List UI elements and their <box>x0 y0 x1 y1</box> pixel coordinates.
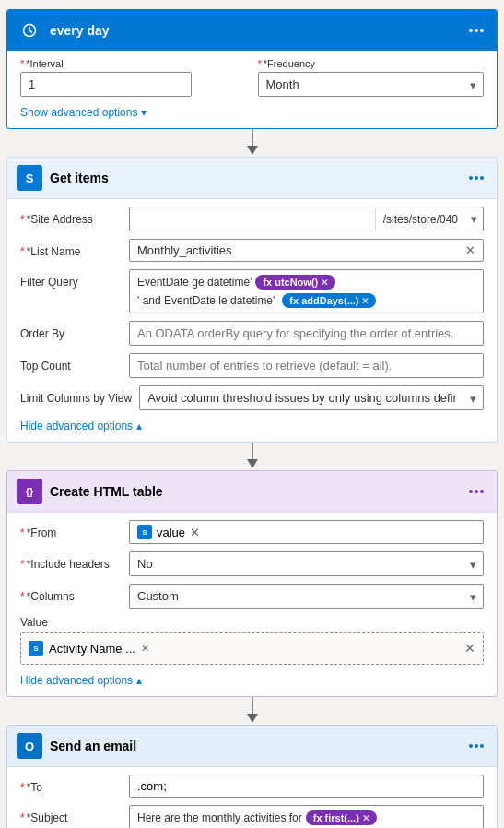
filter-token1: EventDate ge datetime' <box>137 276 252 289</box>
chevron-down-icon: ▾ <box>141 106 147 119</box>
site-address-input-wrapper[interactable]: /sites/store/040 ▾ <box>129 207 484 231</box>
from-token-value: value <box>157 526 185 539</box>
get-items-card: S Get items *Site Address /sites/store/0… <box>6 157 498 443</box>
get-items-more-button[interactable] <box>465 172 487 183</box>
columns-select-wrapper: Custom Automatic ▾ <box>129 584 484 609</box>
include-headers-label: *Include headers <box>20 551 122 571</box>
every-day-more-button[interactable] <box>465 25 487 36</box>
include-headers-select-wrapper: No Yes ▾ <box>129 551 484 576</box>
fx-token-2-close[interactable]: ✕ <box>361 296 369 306</box>
include-headers-select[interactable]: No Yes <box>129 551 484 576</box>
columns-label: *Columns <box>20 584 122 603</box>
fx-token-1[interactable]: fx utcNow() ✕ <box>255 275 335 290</box>
create-html-table-body: *From S value ✕ *Include headers No Yes <box>7 513 497 696</box>
to-row: *To .com; <box>20 775 484 798</box>
hide-advanced-options-link-getitems[interactable]: Hide advanced options ▴ <box>20 420 142 432</box>
from-token-clear[interactable]: ✕ <box>190 526 200 539</box>
value-label: Value <box>20 616 484 629</box>
send-email-title: Send an email <box>50 739 458 753</box>
fx-token-1-close[interactable]: ✕ <box>321 278 328 288</box>
to-label: *To <box>20 775 122 794</box>
send-email-more-button[interactable] <box>465 740 487 751</box>
get-items-header: S Get items <box>7 158 497 199</box>
every-day-header: every day <box>7 10 497 51</box>
site-address-suffix: /sites/store/040 <box>375 208 465 231</box>
site-address-row: *Site Address /sites/store/040 ▾ <box>20 207 484 231</box>
list-name-label: *List Name <box>20 239 122 258</box>
create-html-table-card: {} Create HTML table *From S value ✕ <box>6 470 498 697</box>
subject-prefix-text: Here are the monthly activities for <box>137 811 302 824</box>
svg-marker-4 <box>247 459 258 468</box>
arrow-1 <box>243 129 262 157</box>
top-count-row: Top Count <box>20 353 484 378</box>
interval-group: *Interval <box>20 58 247 97</box>
send-email-body: *To .com; *Subject Here are the monthly … <box>7 767 497 828</box>
from-row: *From S value ✕ <box>20 520 484 544</box>
filter-query-label: Filter Query <box>20 269 122 289</box>
fx-token-2[interactable]: fx addDays(...) ✕ <box>282 293 376 308</box>
every-day-title: every day <box>50 23 458 38</box>
create-html-table-more-button[interactable] <box>465 486 487 497</box>
to-input[interactable]: .com; <box>129 775 484 798</box>
filter-query-token-area[interactable]: EventDate ge datetime' fx utcNow() ✕ ' a… <box>129 269 484 313</box>
subject-fx-token[interactable]: fx first(...) ✕ <box>306 810 377 825</box>
include-headers-row: *Include headers No Yes ▾ <box>20 551 484 576</box>
every-day-card: every day *Interval *Frequency Month <box>6 9 498 129</box>
frequency-group: *Frequency Month ▾ <box>258 58 485 97</box>
show-advanced-options-link[interactable]: Show advanced options ▾ <box>20 106 147 119</box>
top-count-input[interactable] <box>129 353 484 378</box>
get-items-title: Get items <box>50 171 458 185</box>
site-address-chevron-icon: ▾ <box>465 207 483 231</box>
to-value: .com; <box>137 779 167 793</box>
list-name-value: Monthly_activities <box>137 243 232 257</box>
value-icon: S <box>29 641 43 656</box>
every-day-body: *Interval *Frequency Month ▾ Show advanc… <box>7 51 497 128</box>
value-section: Value S Activity Name ... ✕ ✕ <box>20 616 484 665</box>
send-email-card: O Send an email *To .com; *Subject Her <box>6 725 498 828</box>
order-by-input[interactable] <box>129 321 484 346</box>
columns-row: *Columns Custom Automatic ▾ <box>20 584 484 609</box>
chevron-up-icon-getitems: ▴ <box>136 420 142 432</box>
frequency-label: *Frequency <box>258 58 485 69</box>
subject-token-area[interactable]: Here are the monthly activities for fx f… <box>129 805 484 828</box>
value-box[interactable]: S Activity Name ... ✕ ✕ <box>20 632 484 665</box>
subject-label: *Subject <box>20 805 122 824</box>
limit-columns-select[interactable]: Avoid column threshold issues by only us… <box>139 385 484 410</box>
list-name-input[interactable]: Monthly_activities ✕ <box>129 239 484 262</box>
order-by-row: Order By <box>20 321 484 346</box>
sharepoint-icon: S <box>17 165 42 191</box>
limit-columns-row: Limit Columns by View Avoid column thres… <box>20 385 484 410</box>
list-name-clear-button[interactable]: ✕ <box>465 243 475 257</box>
order-by-label: Order By <box>20 321 122 340</box>
frequency-select-wrapper: Month ▾ <box>258 72 485 97</box>
value-clear-button[interactable]: ✕ <box>464 641 475 656</box>
site-address-label: *Site Address <box>20 207 122 226</box>
hide-advanced-options-link-createhtml[interactable]: Hide advanced options ▴ <box>20 674 142 687</box>
clock-icon <box>17 18 42 43</box>
frequency-select[interactable]: Month <box>258 72 485 97</box>
filter-and-text: ' and EventDate le datetime' <box>137 294 275 307</box>
columns-select[interactable]: Custom Automatic <box>129 584 484 609</box>
chevron-up-icon-createhtml: ▴ <box>136 674 142 687</box>
subject-fx-icon: fx <box>313 812 322 823</box>
create-html-table-header: {} Create HTML table <box>7 471 497 513</box>
subject-row: *Subject Here are the monthly activities… <box>20 805 484 828</box>
send-email-header: O Send an email <box>7 726 497 767</box>
from-icon: S <box>137 525 152 539</box>
filter-query-row: Filter Query EventDate ge datetime' fx u… <box>20 269 484 313</box>
arrow-2 <box>243 443 262 470</box>
site-address-input[interactable] <box>130 207 375 231</box>
fx-icon-1: fx <box>263 277 272 288</box>
get-items-body: *Site Address /sites/store/040 ▾ *List N… <box>7 199 497 442</box>
from-token-input[interactable]: S value ✕ <box>129 520 484 544</box>
from-label: *From <box>20 520 122 539</box>
subject-fx-token-close[interactable]: ✕ <box>362 813 369 823</box>
value-token-text: Activity Name ... <box>49 642 135 656</box>
create-html-table-title: Create HTML table <box>50 484 458 499</box>
fx-icon-2: fx <box>289 295 299 306</box>
code-icon: {} <box>17 479 42 504</box>
outlook-icon: O <box>17 733 42 759</box>
interval-input[interactable] <box>20 72 192 97</box>
value-token-close[interactable]: ✕ <box>141 643 149 655</box>
top-count-label: Top Count <box>20 353 122 373</box>
